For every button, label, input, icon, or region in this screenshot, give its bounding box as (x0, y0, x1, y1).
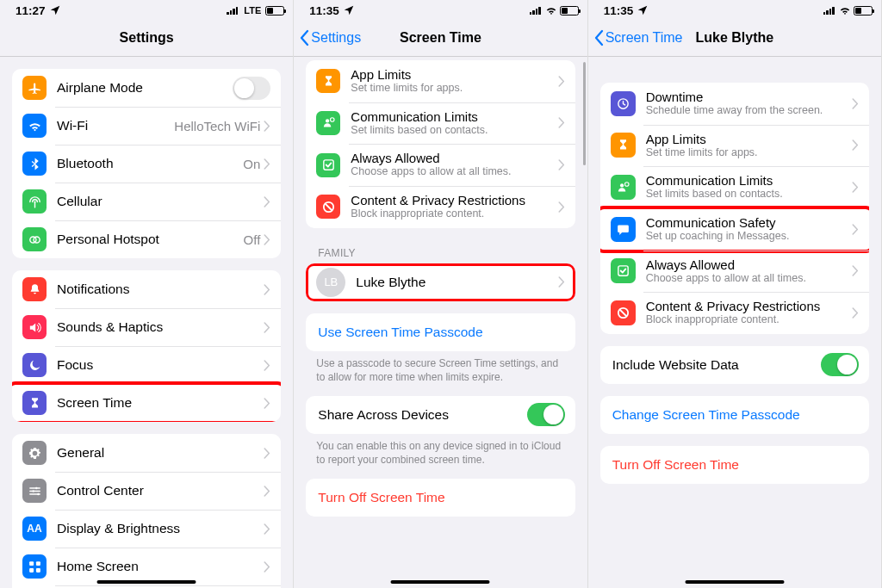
chevron-right-icon (558, 201, 565, 213)
chevron-right-icon (558, 159, 565, 170)
family-header: FAMILY (294, 228, 587, 263)
settings-row-screen-time[interactable]: Screen Time (12, 384, 281, 422)
option-app-limits[interactable]: App LimitsSet time limits for apps. (306, 60, 575, 102)
option-downtime[interactable]: DowntimeSchedule time away from the scre… (600, 83, 869, 125)
wifi-icon (545, 4, 557, 16)
checkshield-icon (316, 153, 340, 177)
row-subtitle: Set limits based on contacts. (351, 124, 557, 138)
row-subtitle: Set up coaching in Messages. (646, 230, 852, 244)
option-always-allowed[interactable]: Always AllowedChoose apps to allow at al… (600, 251, 869, 293)
option-always-allowed[interactable]: Always AllowedChoose apps to allow at al… (306, 144, 575, 186)
chevron-right-icon (264, 523, 270, 535)
settings-row-bluetooth[interactable]: BluetoothOn (12, 145, 281, 183)
antenna-icon (22, 189, 47, 214)
include-web-toggle[interactable] (821, 353, 859, 376)
row-label: Bluetooth (57, 156, 243, 171)
settings-row-focus[interactable]: Focus (12, 346, 281, 384)
turn-off-row[interactable]: Turn Off Screen Time (600, 446, 869, 484)
status-bar: 11:35 (294, 0, 587, 19)
chevron-right-icon (558, 76, 565, 87)
option-communication-safety[interactable]: Communication SafetySet up coaching in M… (600, 208, 869, 251)
chevron-right-icon (264, 448, 270, 459)
clock-time: 11:27 (16, 4, 46, 17)
turn-off-link[interactable]: Turn Off Screen Time (318, 490, 564, 505)
battery-icon (265, 6, 284, 15)
location-icon (637, 4, 649, 16)
row-label: Focus (57, 357, 264, 373)
option-app-limits[interactable]: App LimitsSet time limits for apps. (600, 125, 869, 167)
wifi-icon (839, 4, 851, 16)
home-indicator[interactable] (391, 580, 490, 585)
nav-bar: Settings Screen Time (294, 19, 587, 57)
row-label: Communication Limits (351, 109, 557, 124)
turn-off-link[interactable]: Turn Off Screen Time (612, 457, 859, 473)
bell-icon (22, 277, 47, 301)
use-passcode-link[interactable]: Use Screen Time Passcode (318, 325, 564, 340)
settings-row-display-brightness[interactable]: AADisplay & Brightness (12, 510, 281, 548)
page-title: Settings (120, 30, 174, 46)
row-label: Always Allowed (351, 151, 557, 165)
wifi-icon (22, 114, 47, 138)
row-subtitle: Block inappropriate content. (351, 207, 557, 221)
settings-row-wi-fi[interactable]: Wi-FiHelloTech WiFi (12, 107, 281, 145)
change-passcode-row[interactable]: Change Screen Time Passcode (600, 396, 869, 434)
family-member-row[interactable]: LB Luke Blythe (306, 263, 575, 301)
clock-time: 11:35 (604, 4, 634, 17)
back-button[interactable]: Screen Time (593, 29, 683, 46)
checkshield-icon (611, 258, 636, 283)
settings-row-control-center[interactable]: Control Center (12, 472, 281, 510)
passcode-link-row[interactable]: Use Screen Time Passcode (306, 313, 575, 351)
chevron-right-icon (852, 139, 859, 151)
home-indicator[interactable] (97, 580, 196, 585)
back-button[interactable]: Settings (299, 29, 361, 46)
phone-screen-time: 11:35 Settings Screen Time App LimitsSet… (294, 0, 587, 588)
personbubble-icon (316, 111, 340, 135)
moon-icon (22, 353, 47, 377)
settings-row-general[interactable]: General (12, 434, 281, 472)
settings-row-cellular[interactable]: Cellular (12, 183, 281, 220)
chevron-right-icon (264, 196, 270, 207)
location-icon (343, 4, 355, 16)
row-subtitle: Set time limits for apps. (351, 82, 557, 96)
include-web-label: Include Website Data (612, 357, 821, 373)
include-website-row: Include Website Data (600, 346, 869, 384)
row-label: Cellular (57, 194, 264, 209)
row-label: Communication Limits (646, 173, 852, 188)
hourglass-icon (316, 69, 340, 93)
change-passcode-link[interactable]: Change Screen Time Passcode (612, 407, 859, 423)
option-communication-limits[interactable]: Communication LimitsSet limits based on … (306, 102, 575, 145)
chevron-right-icon (852, 182, 859, 193)
scrollbar[interactable] (583, 62, 586, 165)
option-content-privacy-restrictions[interactable]: Content & Privacy RestrictionsBlock inap… (306, 186, 575, 228)
bluetooth-icon (22, 152, 47, 176)
option-content-privacy-restrictions[interactable]: Content & Privacy RestrictionsBlock inap… (600, 292, 869, 334)
share-footer: You can enable this on any device signed… (294, 434, 587, 467)
chevron-right-icon (852, 265, 859, 276)
chevron-right-icon (264, 284, 270, 295)
row-subtitle: Set limits based on contacts. (646, 188, 852, 201)
settings-group-general: GeneralControl CenterAADisplay & Brightn… (12, 434, 281, 588)
row-label: Display & Brightness (57, 521, 264, 536)
row-subtitle: Choose apps to allow at all times. (646, 272, 852, 286)
turn-off-row[interactable]: Turn Off Screen Time (306, 479, 575, 517)
chevron-right-icon (264, 322, 270, 333)
sliders-icon (22, 479, 47, 503)
settings-row-sounds-haptics[interactable]: Sounds & Haptics (12, 308, 281, 346)
status-bar: 11:27 LTE (0, 0, 293, 19)
home-indicator[interactable] (685, 580, 784, 585)
toggle[interactable] (233, 77, 270, 100)
aa-icon: AA (22, 517, 47, 541)
row-label: Always Allowed (646, 257, 852, 272)
row-label: App Limits (351, 67, 557, 82)
row-label: Screen Time (57, 395, 264, 411)
option-communication-limits[interactable]: Communication LimitsSet limits based on … (600, 166, 869, 208)
nav-bar: Settings (0, 19, 293, 57)
chevron-right-icon (264, 486, 270, 497)
settings-row-notifications[interactable]: Notifications (12, 270, 281, 308)
share-toggle[interactable] (527, 403, 565, 426)
hourglass-icon (611, 133, 636, 158)
settings-row-airplane-mode[interactable]: Airplane Mode (12, 69, 281, 107)
page-title: Luke Blythe (695, 30, 773, 46)
settings-row-personal-hotspot[interactable]: Personal HotspotOff (12, 220, 281, 258)
row-subtitle: Schedule time away from the screen. (646, 104, 852, 118)
